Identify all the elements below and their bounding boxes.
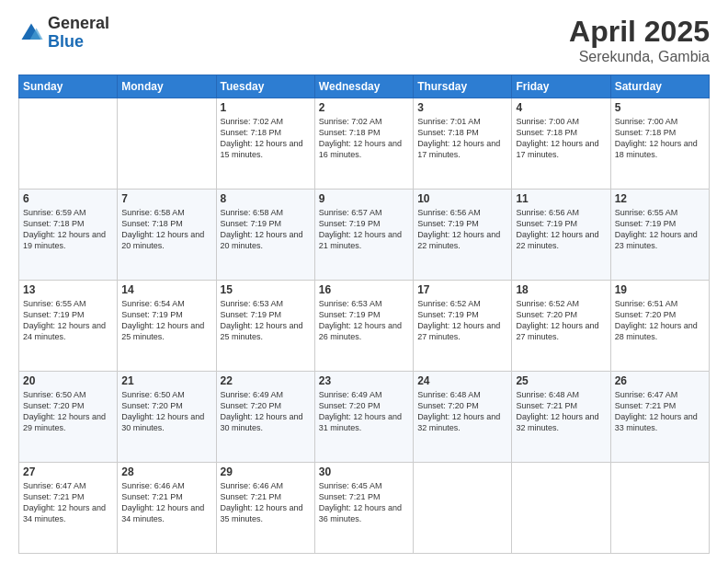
logo-text: General Blue [48,15,109,52]
day-info: Sunrise: 6:54 AM Sunset: 7:19 PM Dayligh… [121,298,211,343]
day-number: 1 [221,101,311,114]
title-block: April 2025 Serekunda, Gambia [569,15,710,65]
calendar-cell-w3-d6: 26Sunrise: 6:47 AM Sunset: 7:21 PM Dayli… [610,372,709,463]
col-tuesday: Tuesday [216,75,314,98]
calendar-cell-w4-d6 [610,463,709,554]
day-info: Sunrise: 6:55 AM Sunset: 7:19 PM Dayligh… [23,298,113,343]
day-number: 17 [417,283,507,296]
calendar-cell-w0-d0 [19,98,118,190]
calendar-cell-w1-d0: 6Sunrise: 6:59 AM Sunset: 7:18 PM Daylig… [19,190,118,281]
calendar-cell-w2-d3: 16Sunrise: 6:53 AM Sunset: 7:19 PM Dayli… [314,281,413,372]
day-info: Sunrise: 6:53 AM Sunset: 7:19 PM Dayligh… [319,298,409,343]
calendar-cell-w1-d4: 10Sunrise: 6:56 AM Sunset: 7:19 PM Dayli… [414,190,512,281]
day-number: 28 [121,465,211,478]
calendar-cell-w3-d2: 22Sunrise: 6:49 AM Sunset: 7:20 PM Dayli… [216,372,314,463]
day-info: Sunrise: 6:52 AM Sunset: 7:20 PM Dayligh… [516,298,606,343]
day-number: 11 [516,192,606,205]
calendar-week-row-1: 6Sunrise: 6:59 AM Sunset: 7:18 PM Daylig… [19,190,710,281]
day-info: Sunrise: 7:02 AM Sunset: 7:18 PM Dayligh… [221,116,311,161]
day-info: Sunrise: 6:47 AM Sunset: 7:21 PM Dayligh… [615,389,705,434]
calendar-cell-w4-d2: 29Sunrise: 6:46 AM Sunset: 7:21 PM Dayli… [216,463,314,554]
calendar-cell-w1-d2: 8Sunrise: 6:58 AM Sunset: 7:19 PM Daylig… [216,190,314,281]
day-number: 4 [516,101,606,114]
calendar-header-row: Sunday Monday Tuesday Wednesday Thursday… [19,75,710,98]
day-info: Sunrise: 6:48 AM Sunset: 7:20 PM Dayligh… [417,389,507,434]
day-info: Sunrise: 6:59 AM Sunset: 7:18 PM Dayligh… [23,207,113,252]
logo-blue-text: Blue [48,33,109,52]
day-number: 27 [23,465,113,478]
day-info: Sunrise: 6:58 AM Sunset: 7:18 PM Dayligh… [121,207,211,252]
day-info: Sunrise: 6:56 AM Sunset: 7:19 PM Dayligh… [417,207,507,252]
day-info: Sunrise: 6:48 AM Sunset: 7:21 PM Dayligh… [516,389,606,434]
calendar-cell-w4-d3: 30Sunrise: 6:45 AM Sunset: 7:21 PM Dayli… [314,463,413,554]
calendar-table: Sunday Monday Tuesday Wednesday Thursday… [18,75,710,554]
calendar-cell-w1-d5: 11Sunrise: 6:56 AM Sunset: 7:19 PM Dayli… [512,190,610,281]
header: General Blue April 2025 Serekunda, Gambi… [18,15,710,65]
day-number: 8 [221,192,311,205]
calendar-cell-w2-d6: 19Sunrise: 6:51 AM Sunset: 7:20 PM Dayli… [610,281,709,372]
logo: General Blue [18,15,109,52]
day-info: Sunrise: 6:49 AM Sunset: 7:20 PM Dayligh… [319,389,409,434]
calendar-cell-w3-d5: 25Sunrise: 6:48 AM Sunset: 7:21 PM Dayli… [512,372,610,463]
day-number: 15 [221,283,311,296]
calendar-cell-w0-d3: 2Sunrise: 7:02 AM Sunset: 7:18 PM Daylig… [314,98,413,190]
col-saturday: Saturday [610,75,709,98]
day-number: 6 [23,192,113,205]
calendar-cell-w3-d1: 21Sunrise: 6:50 AM Sunset: 7:20 PM Dayli… [118,372,216,463]
day-number: 10 [417,192,507,205]
calendar-cell-w4-d1: 28Sunrise: 6:46 AM Sunset: 7:21 PM Dayli… [118,463,216,554]
day-number: 13 [23,283,113,296]
calendar-week-row-3: 20Sunrise: 6:50 AM Sunset: 7:20 PM Dayli… [19,372,710,463]
day-number: 12 [615,192,705,205]
day-info: Sunrise: 6:56 AM Sunset: 7:19 PM Dayligh… [516,207,606,252]
day-number: 21 [121,374,211,387]
day-number: 23 [319,374,409,387]
day-number: 22 [221,374,311,387]
day-number: 14 [121,283,211,296]
day-info: Sunrise: 6:49 AM Sunset: 7:20 PM Dayligh… [221,389,311,434]
title-month: April 2025 [569,15,710,49]
day-info: Sunrise: 6:50 AM Sunset: 7:20 PM Dayligh… [23,389,113,434]
calendar-cell-w0-d4: 3Sunrise: 7:01 AM Sunset: 7:18 PM Daylig… [414,98,512,190]
day-info: Sunrise: 6:55 AM Sunset: 7:19 PM Dayligh… [615,207,705,252]
day-info: Sunrise: 6:46 AM Sunset: 7:21 PM Dayligh… [121,480,211,525]
calendar-cell-w4-d4 [414,463,512,554]
day-number: 20 [23,374,113,387]
day-info: Sunrise: 6:47 AM Sunset: 7:21 PM Dayligh… [23,480,113,525]
calendar-cell-w1-d1: 7Sunrise: 6:58 AM Sunset: 7:18 PM Daylig… [118,190,216,281]
calendar-cell-w2-d0: 13Sunrise: 6:55 AM Sunset: 7:19 PM Dayli… [19,281,118,372]
day-info: Sunrise: 6:52 AM Sunset: 7:19 PM Dayligh… [417,298,507,343]
day-info: Sunrise: 7:00 AM Sunset: 7:18 PM Dayligh… [516,116,606,161]
day-info: Sunrise: 6:57 AM Sunset: 7:19 PM Dayligh… [319,207,409,252]
calendar-cell-w2-d2: 15Sunrise: 6:53 AM Sunset: 7:19 PM Dayli… [216,281,314,372]
calendar-cell-w0-d1 [118,98,216,190]
day-number: 30 [319,465,409,478]
logo-icon [18,20,44,46]
calendar-cell-w0-d6: 5Sunrise: 7:00 AM Sunset: 7:18 PM Daylig… [610,98,709,190]
col-monday: Monday [118,75,216,98]
day-number: 24 [417,374,507,387]
day-info: Sunrise: 7:01 AM Sunset: 7:18 PM Dayligh… [417,116,507,161]
day-number: 16 [319,283,409,296]
calendar-cell-w0-d2: 1Sunrise: 7:02 AM Sunset: 7:18 PM Daylig… [216,98,314,190]
calendar-cell-w2-d1: 14Sunrise: 6:54 AM Sunset: 7:19 PM Dayli… [118,281,216,372]
col-friday: Friday [512,75,610,98]
day-number: 5 [615,101,705,114]
day-info: Sunrise: 7:02 AM Sunset: 7:18 PM Dayligh… [319,116,409,161]
day-number: 7 [121,192,211,205]
calendar-cell-w3-d4: 24Sunrise: 6:48 AM Sunset: 7:20 PM Dayli… [414,372,512,463]
day-number: 26 [615,374,705,387]
calendar-cell-w4-d0: 27Sunrise: 6:47 AM Sunset: 7:21 PM Dayli… [19,463,118,554]
calendar-cell-w1-d6: 12Sunrise: 6:55 AM Sunset: 7:19 PM Dayli… [610,190,709,281]
day-info: Sunrise: 7:00 AM Sunset: 7:18 PM Dayligh… [615,116,705,161]
title-location: Serekunda, Gambia [569,49,710,65]
day-number: 19 [615,283,705,296]
calendar-cell-w2-d5: 18Sunrise: 6:52 AM Sunset: 7:20 PM Dayli… [512,281,610,372]
calendar-cell-w3-d0: 20Sunrise: 6:50 AM Sunset: 7:20 PM Dayli… [19,372,118,463]
calendar-week-row-2: 13Sunrise: 6:55 AM Sunset: 7:19 PM Dayli… [19,281,710,372]
col-wednesday: Wednesday [314,75,413,98]
day-number: 25 [516,374,606,387]
day-info: Sunrise: 6:53 AM Sunset: 7:19 PM Dayligh… [221,298,311,343]
day-info: Sunrise: 6:45 AM Sunset: 7:21 PM Dayligh… [319,480,409,525]
col-thursday: Thursday [414,75,512,98]
